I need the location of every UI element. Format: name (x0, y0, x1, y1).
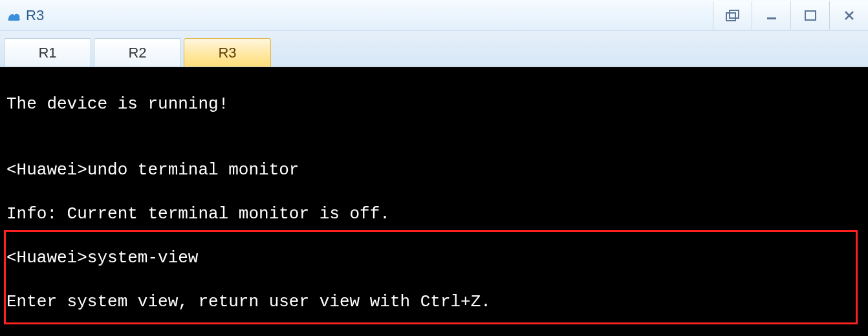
maximize-button[interactable] (790, 1, 829, 30)
tab-r1[interactable]: R1 (4, 38, 91, 67)
tab-label: R1 (38, 45, 56, 61)
tab-label: R3 (218, 45, 236, 61)
svg-rect-3 (805, 11, 816, 20)
close-button[interactable] (829, 1, 868, 30)
terminal-line: <Huawei>undo terminal monitor (6, 159, 862, 181)
terminal-line: Enter system view, return user view with… (6, 291, 862, 313)
terminal-line: The device is running! (6, 93, 862, 115)
minimize-button[interactable] (752, 1, 790, 30)
app-icon (5, 8, 22, 23)
tab-r2[interactable]: R2 (94, 38, 181, 67)
terminal-line: <Huawei>system-view (6, 247, 862, 269)
terminal-line: Info: Current terminal monitor is off. (6, 203, 862, 225)
window-title: R3 (26, 7, 44, 24)
tab-label: R2 (128, 45, 146, 61)
svg-rect-2 (767, 17, 776, 19)
title-bar: R3 (0, 0, 868, 31)
svg-rect-1 (730, 10, 739, 18)
restore-window-button[interactable] (713, 1, 752, 30)
window-controls (713, 0, 868, 31)
tab-r3[interactable]: R3 (184, 38, 271, 67)
tab-bar: R1 R2 R3 (0, 31, 868, 67)
svg-rect-0 (726, 13, 735, 21)
terminal-output[interactable]: The device is running! <Huawei>undo term… (0, 67, 868, 336)
